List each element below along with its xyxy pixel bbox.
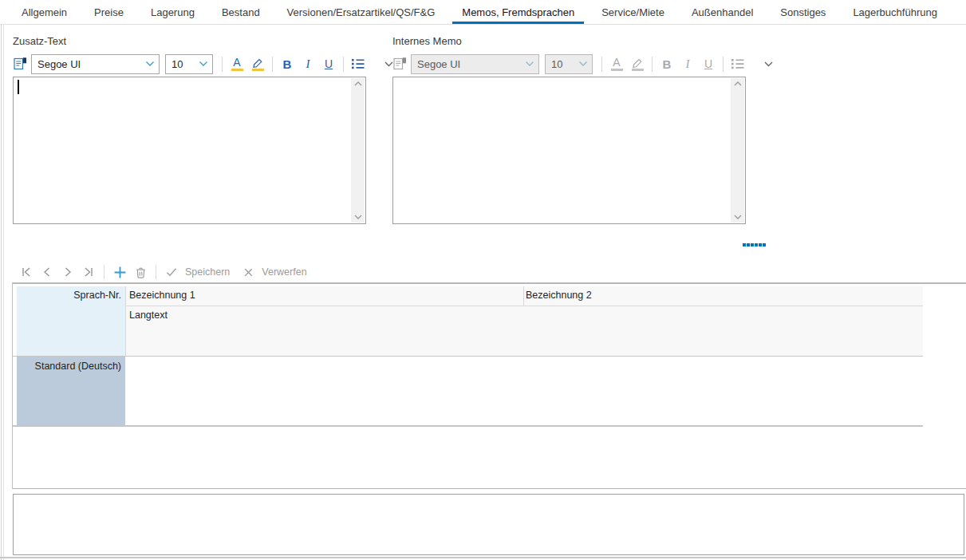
toolbar-separator bbox=[104, 265, 104, 279]
tab-service-miete[interactable]: Service/Miete bbox=[588, 0, 678, 24]
column-header-langtext[interactable]: Langtext bbox=[129, 310, 168, 321]
italic-icon[interactable]: I bbox=[298, 53, 318, 74]
scroll-up-icon[interactable] bbox=[354, 81, 362, 86]
save-button[interactable]: Speichern bbox=[185, 266, 230, 278]
article-detail-window: Allgemein Preise Lagerung Bestand Versio… bbox=[0, 0, 966, 560]
zusatz-text-editor[interactable] bbox=[13, 77, 366, 224]
font-color-icon[interactable]: A bbox=[227, 53, 247, 74]
discard-x-icon[interactable] bbox=[238, 262, 258, 282]
tab-lagerbuchfuehrung[interactable]: Lagerbuchführung bbox=[839, 0, 951, 24]
save-check-icon[interactable] bbox=[161, 262, 182, 282]
italic-icon: I bbox=[677, 53, 698, 74]
underline-icon[interactable]: U bbox=[318, 53, 339, 74]
grid-bottom-border bbox=[13, 488, 966, 489]
grid-corner-sprachnr: Sprach-Nr. bbox=[17, 286, 125, 356]
font-color-icon: A bbox=[606, 53, 627, 74]
row-header-standard-deutsch[interactable]: Standard (Deutsch) bbox=[17, 357, 125, 425]
tab-preise[interactable]: Preise bbox=[81, 0, 137, 24]
bullet-list-icon bbox=[727, 53, 748, 74]
zusatz-text-label: Zusatz-Text bbox=[13, 35, 66, 47]
tab-bar: Allgemein Preise Lagerung Bestand Versio… bbox=[0, 0, 966, 25]
grid-col-divider bbox=[125, 286, 126, 356]
zusatz-text-scrollbar[interactable] bbox=[351, 78, 365, 223]
internes-memo-toolbar: Segoe UI 10 A B I U bbox=[391, 53, 779, 75]
tab-versionen[interactable]: Versionen/Ersatzartikel/QS/F&G bbox=[274, 0, 449, 24]
toolbar-separator bbox=[723, 57, 724, 72]
insert-textmodule-icon bbox=[391, 55, 408, 73]
font-dropdown-chevron bbox=[145, 61, 155, 67]
toolbar-separator bbox=[652, 57, 653, 72]
insert-textmodule-icon[interactable] bbox=[11, 55, 29, 73]
tab-lagerung[interactable]: Lagerung bbox=[137, 0, 208, 24]
toolbar-separator bbox=[272, 57, 273, 72]
font-size-value: 10 bbox=[551, 58, 562, 70]
window-bottom-edge bbox=[0, 557, 966, 558]
grid-row-divider bbox=[126, 306, 923, 306]
previous-record-icon[interactable] bbox=[37, 262, 57, 282]
grid-header-row: Bezeichnung 1 Bezeichnung 2 bbox=[126, 286, 923, 306]
add-record-icon[interactable] bbox=[109, 262, 130, 282]
tab-bestand[interactable]: Bestand bbox=[208, 0, 274, 24]
font-family-select[interactable]: Segoe UI bbox=[31, 54, 160, 74]
font-size-select: 10 bbox=[545, 54, 593, 74]
font-family-value: Segoe UI bbox=[37, 58, 81, 70]
grid-top-border bbox=[13, 282, 966, 284]
tab-allgemein[interactable]: Allgemein bbox=[8, 0, 81, 24]
zusatz-text-toolbar: Segoe UI 10 A B I U bbox=[11, 53, 399, 75]
first-record-icon[interactable] bbox=[16, 262, 37, 282]
langtext-edit-box[interactable] bbox=[13, 494, 964, 555]
internes-memo-scrollbar[interactable] bbox=[731, 78, 744, 223]
toolbar-separator bbox=[156, 265, 156, 279]
scroll-up-icon[interactable] bbox=[734, 81, 742, 86]
next-record-icon[interactable] bbox=[57, 262, 78, 282]
internes-memo-label: Internes Memo bbox=[392, 35, 462, 47]
underline-icon: U bbox=[698, 53, 719, 74]
delete-record-icon[interactable] bbox=[130, 262, 151, 282]
tab-aussenhandel[interactable]: Außenhandel bbox=[678, 0, 767, 24]
bullet-list-icon[interactable] bbox=[348, 53, 369, 74]
row-bottom-line bbox=[13, 425, 923, 427]
highlight-pen-icon[interactable] bbox=[247, 53, 268, 74]
scroll-down-icon[interactable] bbox=[734, 215, 742, 219]
left-panel-edge-inner bbox=[3, 24, 4, 560]
font-family-select: Segoe UI bbox=[411, 54, 539, 74]
highlight-pen-icon bbox=[627, 53, 648, 74]
grid-col-divider bbox=[523, 286, 524, 306]
toolbar-separator bbox=[343, 57, 344, 72]
row-standard-deutsch-cells[interactable] bbox=[126, 357, 923, 425]
record-toolbar: Speichern Verwerfen bbox=[16, 262, 315, 282]
column-header-bezeichnung2[interactable]: Bezeichnung 2 bbox=[526, 290, 592, 301]
internes-memo-editor[interactable] bbox=[392, 77, 746, 224]
font-family-value: Segoe UI bbox=[417, 58, 460, 70]
bold-icon: B bbox=[656, 53, 677, 74]
more-options-chevron[interactable] bbox=[758, 53, 779, 74]
toolbar-separator bbox=[222, 57, 223, 72]
grid-left-border bbox=[12, 282, 13, 489]
font-size-value: 10 bbox=[172, 58, 183, 70]
bold-icon[interactable]: B bbox=[277, 53, 298, 74]
size-dropdown-chevron bbox=[199, 61, 208, 67]
splitter-grip-dots[interactable] bbox=[743, 243, 766, 246]
last-record-icon[interactable] bbox=[78, 262, 99, 282]
toolbar-separator bbox=[601, 57, 602, 72]
text-caret bbox=[18, 80, 19, 94]
font-size-select[interactable]: 10 bbox=[165, 54, 213, 74]
scroll-down-icon[interactable] bbox=[354, 215, 362, 219]
grid-subheader-row: Langtext bbox=[126, 306, 923, 356]
tab-sonstiges[interactable]: Sonstiges bbox=[767, 0, 839, 24]
size-dropdown-chevron bbox=[578, 61, 588, 67]
tab-memos-fremdsprachen[interactable]: Memos, Fremdsprachen bbox=[448, 0, 588, 24]
discard-button[interactable]: Verwerfen bbox=[262, 266, 306, 278]
left-panel-edge bbox=[1, 24, 2, 560]
font-dropdown-chevron bbox=[525, 61, 534, 67]
column-header-bezeichnung1[interactable]: Bezeichnung 1 bbox=[129, 290, 195, 301]
